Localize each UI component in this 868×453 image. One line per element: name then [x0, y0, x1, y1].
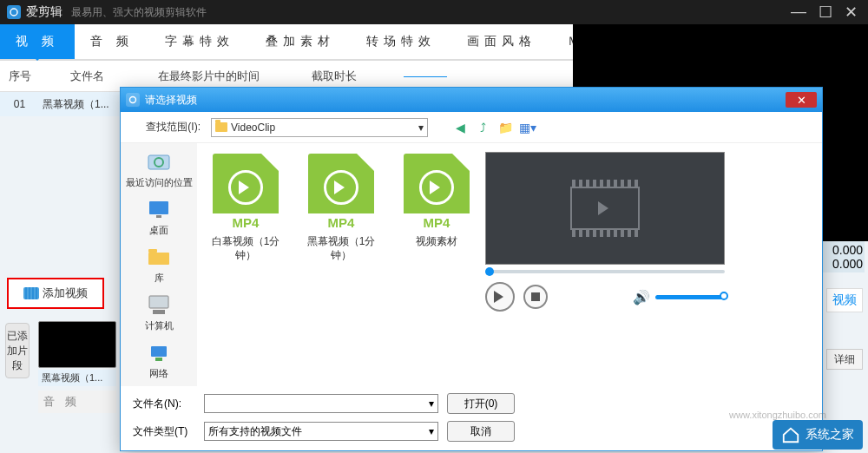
film-icon — [23, 287, 39, 299]
clip-thumbnail-label: 黑幕视频（1... — [38, 370, 116, 386]
sidebar-computer[interactable]: 计算机 — [144, 292, 174, 332]
mp4-icon: MP4 — [404, 154, 470, 232]
svg-rect-6 — [148, 253, 169, 265]
clip-thumbnail — [38, 321, 116, 368]
network-icon — [144, 339, 174, 365]
sidebar-recent-label: 最近访问的位置 — [126, 176, 193, 189]
open-button[interactable]: 打开(0) — [447, 393, 515, 414]
col-name: 文件名 — [39, 69, 135, 84]
minimize-button[interactable]: — — [791, 3, 806, 22]
tab-subtitle[interactable]: 字幕特效 — [149, 24, 250, 59]
dialog-toolbar: 查找范围(I): VideoClip ▾ ◀ ⤴ 📁 ▦▾ — [121, 112, 822, 143]
libraries-icon — [144, 244, 174, 270]
detail-button[interactable]: 详细 — [826, 349, 863, 370]
mp4-icon: MP4 — [308, 154, 374, 232]
svg-rect-5 — [156, 215, 161, 218]
track-audio-label: 音 频 — [38, 391, 116, 413]
filename-label: 文件名(N): — [133, 397, 195, 411]
tab-style[interactable]: 画面风格 — [451, 24, 552, 59]
video-blue-button[interactable]: 视频 — [826, 288, 863, 312]
col-time: 在最终影片中的时间 — [135, 69, 282, 84]
cancel-button[interactable]: 取消 — [447, 421, 515, 442]
sidebar-recent[interactable]: 最近访问的位置 — [126, 148, 193, 189]
titlebar: 爱剪辑 最易用、强大的视频剪辑软件 — ☐ ✕ — [0, 0, 868, 24]
lookin-value: VideoClip — [231, 121, 275, 134]
view-mode-icon[interactable]: ▦▾ — [520, 120, 536, 135]
row-seq: 01 — [0, 98, 39, 110]
app-icon — [7, 5, 21, 19]
dialog-titlebar: 请选择视频 ✕ — [121, 88, 822, 112]
stop-button[interactable] — [523, 285, 548, 309]
preview-box — [485, 152, 725, 265]
svg-rect-8 — [149, 296, 168, 308]
file-list-area: MP4 白幕视频（1分钟） MP4 黑幕视频（1分钟） MP4 视频素材 — [197, 143, 822, 386]
svg-point-0 — [10, 9, 17, 16]
added-clips-label: 已添加片段 — [5, 323, 30, 378]
svg-rect-4 — [149, 201, 168, 214]
desktop-icon — [144, 196, 174, 222]
dialog-title-icon — [126, 93, 140, 107]
svg-rect-10 — [151, 346, 167, 357]
filetype-combo[interactable]: 所有支持的视频文件▾ — [204, 422, 438, 441]
file-item-3[interactable]: MP4 视频素材 — [397, 154, 477, 249]
file-name-2: 黑幕视频（1分钟） — [301, 235, 381, 262]
clip-thumbnail-card[interactable]: 黑幕视频（1... — [38, 321, 116, 386]
watermark-url: www.xitongzhuibo.com — [729, 410, 826, 420]
sidebar-libraries[interactable]: 库 — [144, 244, 174, 285]
app-name: 爱剪辑 — [26, 4, 62, 20]
dialog-bottom: 文件名(N): ▾ 打开(0) 文件类型(T) 所有支持的视频文件▾ 取消 — [121, 386, 822, 450]
mp4-icon: MP4 — [213, 154, 279, 232]
seek-slider[interactable] — [485, 270, 725, 273]
sidebar-network[interactable]: 网络 — [144, 339, 174, 380]
file-item-1[interactable]: MP4 白幕视频（1分钟） — [206, 154, 286, 262]
sidebar-desktop-label: 桌面 — [149, 224, 168, 237]
lookin-label: 查找范围(I): — [126, 120, 204, 135]
add-video-label: 添加视频 — [43, 286, 88, 301]
sidebar-computer-label: 计算机 — [145, 319, 174, 332]
folder-icon — [215, 122, 227, 132]
dialog-preview-panel: 🔊 — [485, 143, 737, 386]
sidebar-desktop[interactable]: 桌面 — [144, 196, 174, 237]
svg-rect-11 — [155, 358, 162, 361]
maximize-button[interactable]: ☐ — [819, 3, 832, 22]
file-item-2[interactable]: MP4 黑幕视频（1分钟） — [301, 154, 381, 262]
dialog-title: 请选择视频 — [145, 93, 197, 108]
watermark: 系统之家 — [773, 420, 863, 450]
film-placeholder-icon — [570, 187, 640, 230]
dialog-close-button[interactable]: ✕ — [786, 92, 817, 108]
filetype-value: 所有支持的视频文件 — [208, 424, 302, 439]
svg-point-1 — [130, 97, 136, 103]
app-slogan: 最易用、强大的视频剪辑软件 — [71, 5, 207, 20]
filetype-label: 文件类型(T) — [133, 424, 195, 439]
chevron-down-icon: ▾ — [429, 425, 434, 437]
computer-icon — [144, 292, 174, 318]
volume-icon[interactable]: 🔊 — [633, 289, 650, 305]
watermark-text: 系统之家 — [806, 427, 854, 443]
tab-video[interactable]: 视 频 — [0, 24, 75, 59]
col-seq: 序号 — [0, 69, 39, 84]
svg-rect-7 — [148, 249, 157, 253]
file-open-dialog: 请选择视频 ✕ 查找范围(I): VideoClip ▾ ◀ ⤴ 📁 ▦▾ 最近… — [120, 87, 823, 451]
tab-overlay[interactable]: 叠加素材 — [250, 24, 351, 59]
add-video-button[interactable]: 添加视频 — [7, 278, 104, 309]
chevron-down-icon: ▾ — [418, 121, 424, 134]
tab-audio[interactable]: 音 频 — [75, 24, 149, 59]
volume-slider[interactable] — [655, 295, 725, 299]
close-button[interactable]: ✕ — [845, 3, 858, 22]
col-dur: 截取时长 — [282, 69, 386, 84]
nav-up-icon[interactable]: ⤴ — [475, 120, 490, 135]
nav-back-icon[interactable]: ◀ — [452, 120, 468, 135]
recent-icon — [144, 148, 174, 174]
chevron-down-icon: ▾ — [429, 397, 434, 410]
new-folder-icon[interactable]: 📁 — [497, 120, 513, 135]
sidebar-libraries-label: 库 — [155, 272, 164, 285]
sidebar-network-label: 网络 — [149, 367, 168, 380]
file-name-3: 视频素材 — [397, 235, 477, 249]
lookin-combo[interactable]: VideoClip ▾ — [211, 118, 428, 137]
tab-transition[interactable]: 转场特效 — [351, 24, 451, 59]
file-name-1: 白幕视频（1分钟） — [206, 235, 286, 262]
dialog-sidebar: 最近访问的位置 桌面 库 计算机 网络 — [121, 143, 197, 386]
filename-combo[interactable]: ▾ — [204, 394, 438, 413]
svg-rect-9 — [153, 310, 165, 314]
play-button[interactable] — [485, 282, 515, 312]
